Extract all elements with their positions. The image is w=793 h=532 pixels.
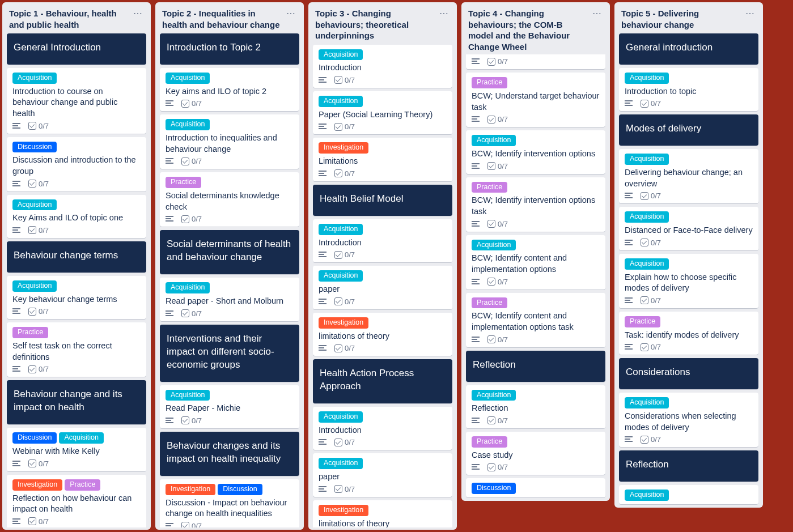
checklist-badge: 0/7 [641, 191, 661, 200]
section-header-card[interactable]: Behaviour change and its impact on healt… [7, 380, 146, 424]
task-card[interactable]: InvestigationDiscussionDiscussion - Impa… [160, 479, 299, 527]
list-menu-icon[interactable]: ⋯ [590, 8, 604, 19]
task-card[interactable]: InvestigationLimitations0/7 [313, 138, 452, 181]
checklist-count: 0/7 [345, 344, 355, 352]
list-cards[interactable]: General IntroductionAcquisitionIntroduct… [2, 32, 151, 527]
list-cards[interactable]: General introductionAcquisitionIntroduct… [614, 32, 763, 505]
section-header-card[interactable]: Modes of delivery [619, 114, 758, 146]
task-card[interactable]: AcquisitionDistanced or Face-to-Face del… [619, 207, 758, 250]
card-badges: 0/7 [625, 239, 753, 247]
checklist-count: 0/7 [39, 180, 49, 188]
list-cards[interactable]: AcquisitionIntroduction0/7AcquisitionPap… [308, 44, 457, 528]
description-icon [472, 416, 480, 425]
description-icon [319, 76, 326, 84]
checklist-icon [487, 220, 495, 228]
checklist-icon [487, 162, 495, 170]
card-labels: Practice [472, 182, 600, 193]
list-cards[interactable]: BCW; Understand the target behaviour0/7P… [461, 54, 610, 499]
section-header-card[interactable]: General Introduction [7, 33, 146, 65]
section-header-card[interactable]: Reflection [619, 450, 758, 482]
task-card[interactable]: Acquisitionpaper0/7 [313, 266, 452, 309]
task-card[interactable]: AcquisitionIntroduction to course on beh… [7, 68, 146, 134]
description-icon [472, 57, 480, 66]
section-header-card[interactable]: Behaviour changes and its impact on heal… [160, 432, 299, 476]
checklist-count: 0/7 [498, 220, 508, 228]
list-menu-icon[interactable]: ⋯ [437, 8, 451, 19]
task-card[interactable]: PracticeTask: identify modes of delivery… [619, 312, 758, 355]
task-card[interactable]: AcquisitionRead paper - Short and Molbur… [160, 278, 299, 321]
task-card[interactable]: AcquisitionPaper (Social Learning Theory… [313, 91, 452, 134]
checklist-count: 0/7 [345, 76, 355, 84]
checklist-badge: 0/7 [334, 344, 355, 352]
card-badges: 0/7 [472, 463, 600, 471]
task-card[interactable]: DiscussionAcquisitionWebinar with Mike K… [7, 428, 146, 471]
task-card[interactable]: Investigationlimitations of theory0/7 [313, 313, 452, 356]
task-card[interactable]: PracticeSelf test task on the correct de… [7, 322, 146, 377]
task-card[interactable]: PracticeCase study0/7 [466, 432, 605, 475]
task-card[interactable]: PracticeBCW; Understand target behaviour… [466, 73, 605, 127]
section-header-card[interactable]: Introduction to Topic 2 [160, 33, 299, 65]
list-title[interactable]: Topic 1 - Behaviour, health and public h… [9, 8, 131, 30]
task-card[interactable]: Discussion [466, 478, 605, 497]
task-card[interactable]: PracticeBCW; Identify intervention optio… [466, 177, 605, 232]
task-card[interactable]: AcquisitionIntroduction to topic0/7 [619, 68, 758, 111]
section-header-card[interactable]: General introduction [619, 33, 758, 65]
card-badges: 0/7 [319, 76, 447, 84]
checklist-count: 0/7 [345, 438, 355, 446]
task-card[interactable]: PracticeBCW; Identify content and implem… [466, 293, 605, 347]
description-icon [12, 122, 20, 130]
task-card[interactable]: AcquisitionBCW; Identify intervention op… [466, 130, 605, 173]
checklist-badge: 0/7 [28, 365, 49, 373]
task-card[interactable]: AcquisitionIntroduction0/7 [313, 407, 452, 450]
task-card[interactable]: BCW; Understand the target behaviour0/7 [466, 54, 605, 69]
list-menu-icon[interactable]: ⋯ [131, 8, 145, 19]
description-icon [166, 522, 173, 527]
task-card[interactable]: AcquisitionIntroduction to inequalities … [160, 114, 299, 169]
checklist-badge: 0/7 [334, 438, 355, 446]
checklist-badge: 0/7 [28, 459, 49, 468]
task-card[interactable]: AcquisitionKey aims and ILO of topic 20/… [160, 68, 299, 111]
card-title: Read paper - Short and Molburn [166, 296, 294, 307]
section-header-card[interactable]: Health Action Process Approach [313, 359, 452, 403]
checklist-icon [28, 517, 36, 525]
description-icon [166, 215, 173, 223]
section-header-card[interactable]: Social determinants of health and behavi… [160, 230, 299, 274]
task-card[interactable]: Acquisitionpaper0/7 [313, 453, 452, 496]
list-title[interactable]: Topic 3 - Changing behaviours; theoretic… [315, 8, 437, 41]
list-title[interactable]: Topic 5 - Delivering behaviour change [621, 8, 743, 30]
task-card[interactable]: AcquisitionDelivering behaviour change; … [619, 149, 758, 203]
card-badges: 0/7 [319, 250, 447, 259]
list-cards[interactable]: Introduction to Topic 2AcquisitionKey ai… [155, 32, 304, 527]
label-prac: Practice [625, 316, 660, 327]
section-header-card[interactable]: Reflection [466, 351, 605, 382]
task-card[interactable]: PracticeSocial determinants knowledge ch… [160, 172, 299, 227]
list-menu-icon[interactable]: ⋯ [284, 8, 298, 19]
checklist-count: 0/7 [39, 517, 49, 526]
checklist-icon [28, 308, 36, 316]
task-card[interactable]: Investigationlimitations of theory [313, 500, 452, 527]
section-header-card[interactable]: Considerations [619, 358, 758, 389]
task-card[interactable]: AcquisitionConsiderations when selecting… [619, 393, 758, 447]
task-card[interactable]: AcquisitionKey behaviour change terms0/7 [7, 276, 146, 319]
task-card[interactable]: AcquisitionExplain how to choose specifi… [619, 254, 758, 308]
task-card[interactable]: AcquisitionBCW; Identify content and imp… [466, 235, 605, 290]
checklist-badge: 0/7 [487, 57, 508, 66]
task-card[interactable]: AcquisitionKey Aims and ILO of topic one… [7, 195, 146, 238]
checklist-icon [641, 436, 648, 444]
task-card[interactable]: AcquisitionIntroduction0/7 [313, 45, 452, 88]
task-card[interactable]: AcquisitionReflection0/7 [466, 385, 605, 428]
task-card[interactable]: AcquisitionIntroduction0/7 [313, 219, 452, 262]
task-card[interactable]: DiscussionDiscussion and introduction to… [7, 137, 146, 191]
checklist-count: 0/7 [651, 435, 661, 444]
task-card[interactable]: AcquisitionRead Paper - Michie0/7 [160, 385, 299, 428]
task-card[interactable]: InvestigationPracticeReflection on how b… [7, 475, 146, 527]
section-header-card[interactable]: Interventions and their impact on differ… [160, 325, 299, 382]
list-menu-icon[interactable]: ⋯ [743, 8, 757, 19]
list-title[interactable]: Topic 2 - Inequalities in health and beh… [162, 8, 284, 30]
label-prac: Practice [12, 327, 48, 338]
section-header-card[interactable]: Behaviour change terms [7, 241, 146, 273]
list-title[interactable]: Topic 4 - Changing behaviours; the COM-B… [468, 8, 590, 52]
card-badges: 0/7 [625, 99, 753, 108]
section-header-card[interactable]: Health Belief Model [313, 185, 452, 216]
task-card[interactable]: Acquisition [619, 485, 758, 504]
